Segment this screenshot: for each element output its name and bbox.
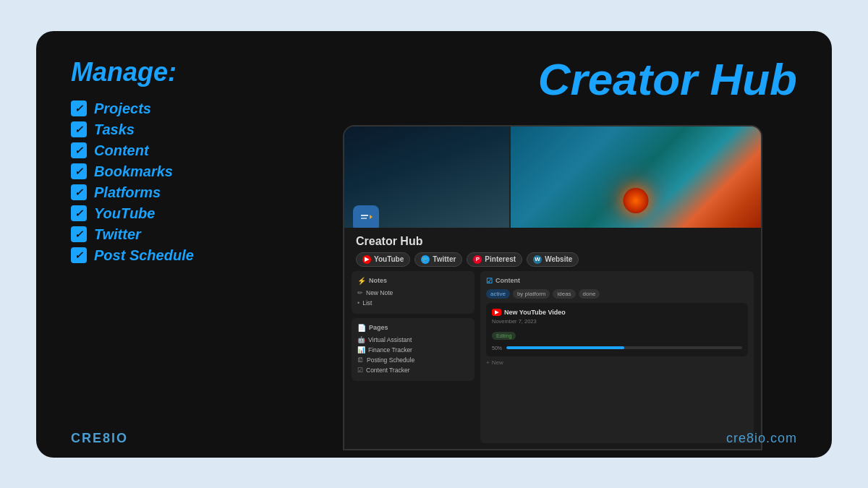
creator-hub-title: Creator Hub <box>360 57 797 102</box>
new-item-row[interactable]: + New <box>486 359 748 366</box>
progress-bar <box>506 346 742 349</box>
checkbox-icon <box>71 205 87 221</box>
left-panels: ⚡ Notes ✏ New Note • List <box>352 271 475 443</box>
list-item-label: YouTube <box>94 205 155 222</box>
checkbox-icon <box>71 142 87 158</box>
list-item: Bookmarks <box>71 163 346 180</box>
progress-fill <box>506 346 624 349</box>
page-item-icon: ☑ <box>357 367 363 374</box>
checkbox-icon <box>71 184 87 200</box>
new-item-label: New <box>492 359 503 366</box>
right-section: Creator Hub <box>346 57 797 111</box>
note-item[interactable]: ✏ New Note <box>357 288 469 298</box>
filter-active[interactable]: active <box>486 289 510 299</box>
bullet-icon: • <box>357 299 359 307</box>
list-item: Tasks <box>71 121 346 138</box>
page-item-icon: 🤖 <box>357 336 365 343</box>
footer-right: cre8io.com <box>726 431 797 446</box>
content-card-title: ▶ New YouTube Video <box>492 309 742 316</box>
list-item-label: Projects <box>94 100 151 117</box>
page-item[interactable]: ☑ Content Tracker <box>357 365 469 375</box>
filter-done[interactable]: done <box>579 289 600 299</box>
list-item: Platforms <box>71 184 346 201</box>
page-item-label: Virtual Assistant <box>368 336 412 343</box>
list-item-label: Content <box>94 142 149 159</box>
checkbox-icon <box>71 247 87 263</box>
content-panel: ☑ Content active by platform ideas done … <box>480 271 754 443</box>
pages-panel: 📄 Pages 🤖 Virtual Assistant 📊 Finance Tr… <box>352 318 475 381</box>
manage-title: Manage: <box>71 57 346 87</box>
note-item-label: New Note <box>366 289 393 296</box>
manage-list: Projects Tasks Content Bookmarks Platfor… <box>71 100 346 264</box>
page-item[interactable]: 📊 Finance Tracker <box>357 345 469 355</box>
list-item: YouTube <box>71 205 346 222</box>
content-filters: active by platform ideas done <box>486 289 748 299</box>
progress-label: 50% <box>492 346 502 351</box>
checkbox-icon <box>71 100 87 116</box>
page-item-label: Posting Schedule <box>367 356 414 364</box>
footer: CRE8IO cre8io.com <box>71 431 797 446</box>
content-card-date: November 7, 2023 <box>492 318 742 325</box>
youtube-badge: ▶ <box>492 309 501 316</box>
page-item[interactable]: 🗓 Posting Schedule <box>357 355 469 365</box>
content-card: ▶ New YouTube Video November 7, 2023 Edi… <box>486 303 748 356</box>
checkbox-icon <box>71 163 87 179</box>
page-item-icon: 🗓 <box>357 356 364 364</box>
page-item[interactable]: 🤖 Virtual Assistant <box>357 335 469 345</box>
checkbox-icon <box>71 121 87 137</box>
list-item: Twitter <box>71 226 346 243</box>
checkbox-icon <box>71 226 87 242</box>
main-card: Manage: Projects Tasks Content Bookmarks <box>36 31 832 458</box>
page-item-label: Content Tracker <box>366 367 409 374</box>
list-item-label: List <box>362 299 372 307</box>
pages-title: Pages <box>369 324 388 331</box>
content-panel-title: Content <box>495 277 520 284</box>
status-text: Editing <box>496 333 511 338</box>
list-item-label: Twitter <box>94 226 141 243</box>
list-item[interactable]: • List <box>357 298 469 308</box>
list-item: Projects <box>71 100 346 117</box>
status-badge: Editing <box>492 332 516 340</box>
list-item-label: Bookmarks <box>94 163 173 180</box>
filter-ideas[interactable]: ideas <box>553 289 575 299</box>
pages-header: 📄 Pages <box>357 324 469 332</box>
list-item-label: Platforms <box>94 184 161 201</box>
plus-icon: + <box>486 359 490 366</box>
content-card-title-text: New YouTube Video <box>504 309 566 316</box>
pages-icon: 📄 <box>357 324 366 332</box>
notes-title: Notes <box>369 277 387 284</box>
list-item: Content <box>71 142 346 159</box>
notion-panels: ⚡ Notes ✏ New Note • List <box>344 271 761 449</box>
page-item-label: Finance Tracker <box>368 346 412 354</box>
list-item-label: Tasks <box>94 121 135 138</box>
filter-platform[interactable]: by platform <box>513 289 550 299</box>
card-header: Manage: Projects Tasks Content Bookmarks <box>36 31 832 278</box>
page-item-icon: 📊 <box>357 346 365 354</box>
right-panel: ☑ Content active by platform ideas done … <box>480 271 754 443</box>
footer-left: CRE8IO <box>71 431 128 446</box>
pencil-icon: ✏ <box>357 289 363 296</box>
left-section: Manage: Projects Tasks Content Bookmarks <box>71 57 346 264</box>
list-item-label: Post Schedule <box>94 247 194 264</box>
list-item: Post Schedule <box>71 247 346 264</box>
